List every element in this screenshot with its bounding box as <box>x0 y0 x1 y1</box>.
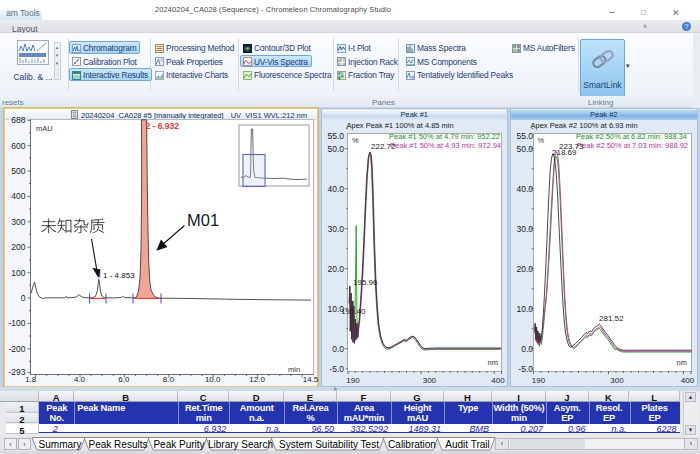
svg-text:nm: nm <box>676 358 686 367</box>
svg-text:Peak #2 50% at 6.82 min: 988.3: Peak #2 50% at 6.82 min: 988.34 <box>576 132 687 141</box>
svg-text:Calibration: Calibration <box>388 439 436 450</box>
svg-text:Audit Trail: Audit Trail <box>445 439 489 450</box>
svg-text:281.52: 281.52 <box>599 314 624 323</box>
svg-text:%: % <box>537 136 544 145</box>
svg-text:218.69: 218.69 <box>552 148 577 157</box>
svg-text:System Suitability Test: System Suitability Test <box>279 439 379 450</box>
svg-text:Library Search: Library Search <box>208 439 273 450</box>
svg-text:Summary: Summary <box>39 439 82 450</box>
svg-text:Peak Results: Peak Results <box>89 439 148 450</box>
svg-text:Peak Purity: Peak Purity <box>153 439 204 450</box>
svg-text:Peak #2 50% at 7.03 min: 988.9: Peak #2 50% at 7.03 min: 988.92 <box>577 141 688 150</box>
